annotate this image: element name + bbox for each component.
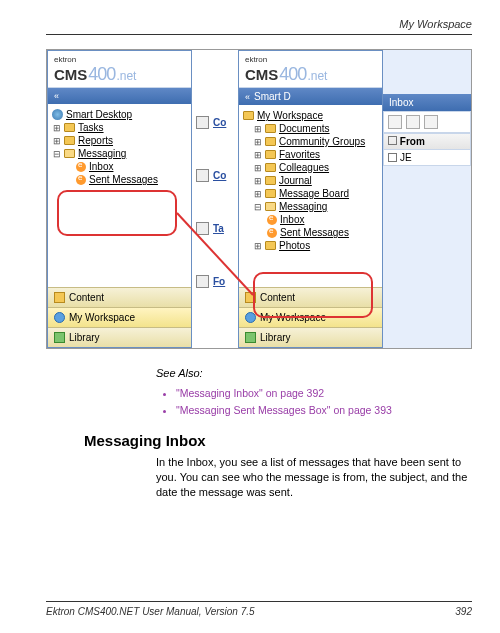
- table-row[interactable]: JE: [384, 150, 470, 165]
- folder-icon: [265, 176, 276, 185]
- tree-community[interactable]: ⊞Community Groups: [243, 135, 378, 148]
- link-inbox[interactable]: "Messaging Inbox" on page 392: [176, 387, 472, 399]
- library-icon: [245, 332, 256, 343]
- screenshot-figure: ektron CMS400.net « Smart Desktop ⊞Tasks…: [46, 49, 472, 349]
- library-icon: [54, 332, 65, 343]
- globe-icon: [52, 109, 63, 120]
- tree-my-workspace[interactable]: My Workspace: [243, 109, 378, 122]
- tree-sent[interactable]: Sent Messages: [52, 173, 187, 186]
- logo-brand: ektron: [245, 55, 376, 64]
- chevron-left-icon[interactable]: «: [245, 92, 250, 102]
- logo-400: 400: [88, 64, 115, 85]
- left-tree: Smart Desktop ⊞Tasks ⊞Reports ⊟Messaging…: [48, 104, 191, 287]
- logo-net: .net: [116, 69, 136, 83]
- tool-icon[interactable]: [424, 115, 438, 129]
- right-pane: ektron CMS400.net « Smart D My Workspace…: [238, 50, 383, 348]
- see-also-label: See Also:: [156, 367, 472, 379]
- folder-open-icon: [64, 149, 75, 158]
- tree-photos[interactable]: ⊞Photos: [243, 239, 378, 252]
- inbox-column: Inbox From JE: [383, 50, 471, 348]
- workspace-icon: [245, 312, 256, 323]
- tab-content[interactable]: Content: [48, 287, 191, 307]
- page-header-title: My Workspace: [46, 18, 472, 30]
- mid-link-1[interactable]: Co: [192, 112, 238, 133]
- folder-icon: [265, 137, 276, 146]
- check-icon: [196, 222, 209, 235]
- tool-icon[interactable]: [406, 115, 420, 129]
- tool-icon[interactable]: [388, 115, 402, 129]
- logo-brand: ektron: [54, 55, 185, 64]
- tab-workspace-r[interactable]: My Workspace: [239, 307, 382, 327]
- mid-link-4[interactable]: Fo: [192, 271, 238, 292]
- tree-sent-r[interactable]: Sent Messages: [243, 226, 378, 239]
- col-from[interactable]: From: [384, 134, 470, 150]
- chevron-left-icon[interactable]: «: [54, 91, 59, 101]
- collapse-icon[interactable]: ⊟: [52, 149, 61, 159]
- body-paragraph: In the Inbox, you see a list of messages…: [156, 455, 472, 500]
- right-bottom-tabs: Content My Workspace Library: [239, 287, 382, 347]
- see-also-links: "Messaging Inbox" on page 392 "Messaging…: [176, 387, 472, 416]
- tree-reports[interactable]: ⊞Reports: [52, 134, 187, 147]
- tab-content-r[interactable]: Content: [239, 287, 382, 307]
- tab-my-workspace[interactable]: My Workspace: [48, 307, 191, 327]
- inbox-table: From JE: [383, 133, 471, 166]
- doc-icon: [196, 169, 209, 182]
- right-bluebar: « Smart D: [239, 88, 382, 105]
- folder-icon: [196, 275, 209, 288]
- tab-library-r[interactable]: Library: [239, 327, 382, 347]
- ektron-icon: [267, 215, 277, 225]
- expand-icon[interactable]: ⊞: [52, 123, 61, 133]
- link-sent[interactable]: "Messaging Sent Messages Box" on page 39…: [176, 404, 472, 416]
- logo-right: ektron CMS400.net: [239, 51, 382, 88]
- footer-page: 392: [455, 606, 472, 617]
- mid-link-3[interactable]: Ta: [192, 218, 238, 239]
- bluebar-label: Smart D: [254, 91, 291, 102]
- workspace-icon: [54, 312, 65, 323]
- tree-tasks[interactable]: ⊞Tasks: [52, 121, 187, 134]
- tree-documents[interactable]: ⊞Documents: [243, 122, 378, 135]
- inbox-toolbar: [383, 111, 471, 133]
- folder-icon: [64, 136, 75, 145]
- ektron-icon: [76, 175, 86, 185]
- ektron-icon: [76, 162, 86, 172]
- content-icon: [54, 292, 65, 303]
- folder-open-icon: [265, 202, 276, 211]
- checkbox[interactable]: [388, 153, 397, 162]
- tree-inbox[interactable]: Inbox: [52, 160, 187, 173]
- footer-left: Ektron CMS400.NET User Manual, Version 7…: [46, 606, 255, 617]
- header-rule: [46, 34, 472, 35]
- tree-message-board[interactable]: ⊞Message Board: [243, 187, 378, 200]
- doc-icon: [196, 116, 209, 129]
- right-tree: My Workspace ⊞Documents ⊞Community Group…: [239, 105, 382, 287]
- tree-inbox-r[interactable]: Inbox: [243, 213, 378, 226]
- ektron-icon: [267, 228, 277, 238]
- tree-colleagues[interactable]: ⊞Colleagues: [243, 161, 378, 174]
- expand-icon[interactable]: ⊞: [52, 136, 61, 146]
- content-icon: [245, 292, 256, 303]
- logo-cms: CMS: [54, 66, 87, 83]
- tree-journal[interactable]: ⊞Journal: [243, 174, 378, 187]
- tree-messaging[interactable]: ⊟Messaging: [243, 200, 378, 213]
- tab-library[interactable]: Library: [48, 327, 191, 347]
- folder-icon: [265, 241, 276, 250]
- left-bluebar: «: [48, 88, 191, 104]
- section-heading: Messaging Inbox: [84, 432, 472, 449]
- tree-messaging[interactable]: ⊟Messaging: [52, 147, 187, 160]
- tree-favorites[interactable]: ⊞Favorites: [243, 148, 378, 161]
- tree-smart-desktop[interactable]: Smart Desktop: [52, 108, 187, 121]
- left-pane: ektron CMS400.net « Smart Desktop ⊞Tasks…: [47, 50, 192, 348]
- folder-icon: [265, 124, 276, 133]
- checkbox[interactable]: [388, 136, 397, 145]
- inbox-header: Inbox: [383, 94, 471, 111]
- left-bottom-tabs: Content My Workspace Library: [48, 287, 191, 347]
- folder-icon: [64, 123, 75, 132]
- page-footer: Ektron CMS400.NET User Manual, Version 7…: [46, 601, 472, 617]
- folder-icon: [265, 163, 276, 172]
- mid-link-2[interactable]: Co: [192, 165, 238, 186]
- mid-column: Co Co Ta Fo: [192, 50, 238, 348]
- folder-icon: [265, 150, 276, 159]
- folder-icon: [265, 189, 276, 198]
- folder-icon: [243, 111, 254, 120]
- logo-left: ektron CMS400.net: [48, 51, 191, 88]
